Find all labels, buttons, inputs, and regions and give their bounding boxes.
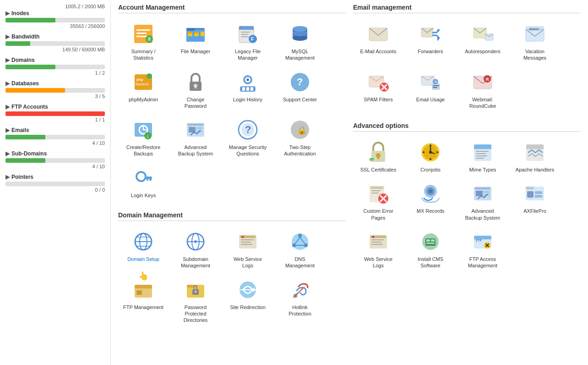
sidebar-item-apache[interactable]: Apache Handlers xyxy=(510,137,560,177)
email-usage-label: Email Usage xyxy=(416,96,445,103)
ftp-mgmt-label: FTP Management xyxy=(123,304,163,310)
advanced-options-section: Advanced options xyxy=(353,122,581,272)
svg-rect-13 xyxy=(194,32,199,33)
sidebar-item-bandwidth[interactable]: ▶ Bandwidth 149.50 / 60000 MB xyxy=(5,33,105,52)
svg-rect-17 xyxy=(239,28,254,30)
ssl-label: SSL Certificates xyxy=(360,166,396,173)
hotlink-icon xyxy=(289,278,311,301)
sidebar-item-error-pages[interactable]: Custom ErrorPages xyxy=(353,178,403,225)
sidebar-item-mx[interactable]: MX Records xyxy=(405,178,456,225)
site-redirect-icon xyxy=(236,278,259,301)
sidebar-item-email-usage[interactable]: % Email Usage xyxy=(405,67,456,113)
svg-rect-168 xyxy=(426,239,430,242)
arrow-icon-dom: ▶ xyxy=(5,57,10,63)
sidebar-item-inodes[interactable]: ▶ Inodes 35563 / 256000 xyxy=(5,10,105,29)
sidebar-item-ssl[interactable]: SSL SSL Certificates xyxy=(353,137,403,177)
axfilepro-icon xyxy=(523,182,546,205)
sidebar-item-ftp[interactable]: ▶ FTP Accounts 1 / 1 xyxy=(5,104,105,122)
mime-label: Mime Types xyxy=(469,166,496,173)
web-logs2-label: Web ServiceLogs xyxy=(364,256,392,269)
sidebar-item-dns[interactable]: DNSManagement xyxy=(275,227,325,273)
sidebar-item-phpmyadmin[interactable]: php MyAdmin phpMyAdmin xyxy=(118,67,169,113)
svg-rect-109 xyxy=(433,85,439,86)
sidebar-item-databases[interactable]: ▶ Databases 3 / 5 xyxy=(5,80,105,99)
error-pages-icon xyxy=(367,182,390,205)
sidebar-item-spam[interactable]: SPAM Filters xyxy=(353,67,403,113)
svg-point-4 xyxy=(146,35,153,43)
sidebar-item-login-keys[interactable]: Login Keys xyxy=(118,163,169,202)
sidebar-item-web-logs2[interactable]: Web ServiceLogs xyxy=(353,227,403,273)
sidebar-item-security-questions[interactable]: ? Manage SecurityQuestions xyxy=(223,115,273,161)
password-dirs-label: PasswordProtectedDirectories xyxy=(184,304,208,324)
svg-point-149 xyxy=(429,189,432,193)
svg-rect-153 xyxy=(484,191,490,193)
email-accounts-icon xyxy=(367,22,390,45)
svg-rect-34 xyxy=(195,86,196,88)
sidebar-item-backup[interactable]: ↓ Create/RestoreBackups xyxy=(118,115,169,161)
sidebar-item-legacy-file[interactable]: F Legacy FileManager xyxy=(223,19,273,65)
sidebar-item-ftp-mgmt[interactable]: FTP Management xyxy=(118,275,169,327)
svg-rect-165 xyxy=(372,236,374,238)
sidebar-item-emails[interactable]: ▶ Emails 4 / 10 xyxy=(5,127,105,146)
sidebar-top-value: 1005.2 / 2000 MB xyxy=(5,4,105,9)
svg-rect-11 xyxy=(188,32,192,33)
svg-rect-20 xyxy=(241,36,249,37)
progress-bar-databases xyxy=(5,88,105,93)
sidebar-item-change-password[interactable]: ChangePassword xyxy=(170,67,221,113)
email-management-grid: E-Mail Accounts xyxy=(353,19,581,113)
sidebar-item-mysql[interactable]: MySQLManagement xyxy=(275,19,325,65)
sidebar-item-subdomain[interactable]: SubdomainManagement xyxy=(170,227,221,273)
sidebar-item-axfilepro[interactable]: AXFilePro xyxy=(510,178,560,225)
sidebar-item-site-redirect[interactable]: Site Redirection xyxy=(223,275,273,327)
sidebar-item-web-logs[interactable]: Web ServiceLogs xyxy=(223,227,273,273)
sidebar-item-cms[interactable]: Install CMSSoftware xyxy=(405,227,456,273)
databases-value: 3 / 5 xyxy=(5,94,105,99)
web-logs-icon xyxy=(236,230,259,253)
webmail-icon: R xyxy=(471,71,494,94)
sidebar-item-cronjobs[interactable]: Cronjobs xyxy=(405,137,456,177)
mysql-label: MySQLManagement xyxy=(285,48,315,61)
sidebar-item-support[interactable]: ? Support Center xyxy=(275,67,325,113)
sidebar-item-pointers[interactable]: ▶ Pointers 0 / 0 xyxy=(5,174,105,193)
two-step-label: Two-StepAuthentication xyxy=(284,144,316,157)
account-management-grid: Summary /Statistics xyxy=(118,19,346,202)
sidebar-item-subdomains[interactable]: ▶ Sub-Domains 4 / 10 xyxy=(5,150,105,169)
domains-value: 1 / 2 xyxy=(5,70,105,76)
sidebar-label-domains: Domains xyxy=(11,57,35,63)
sidebar-item-login-history[interactable]: Login History xyxy=(223,67,273,113)
svg-point-70 xyxy=(194,240,197,243)
sidebar-item-password-dirs[interactable]: PasswordProtectedDirectories xyxy=(170,275,221,327)
sidebar-item-autoresponders[interactable]: Autoresponders xyxy=(457,19,508,65)
svg-rect-132 xyxy=(474,148,491,149)
sidebar-item-ftp-access[interactable]: FTP FTP AccessManagement xyxy=(457,227,508,273)
arrow-icon-db: ▶ xyxy=(5,80,10,87)
apache-label: Apache Handlers xyxy=(516,166,554,173)
sidebar-item-file-manager[interactable]: File Manager xyxy=(170,19,221,65)
mx-label: MX Records xyxy=(417,208,445,214)
sidebar-item-domains[interactable]: ▶ Domains 1 / 2 xyxy=(5,57,105,76)
sidebar-item-forwarders[interactable]: Forwarders xyxy=(405,19,456,65)
advanced-backup2-icon xyxy=(471,182,494,205)
sidebar-label-ftp: FTP Accounts xyxy=(11,104,48,110)
sidebar-item-webmail[interactable]: R Webmail:RoundCube xyxy=(457,67,508,113)
svg-rect-108 xyxy=(432,83,440,90)
spam-label: SPAM Filters xyxy=(364,96,392,103)
sidebar-item-adv-backup-adv[interactable]: AdvancedBackup System xyxy=(457,178,508,225)
advanced-backup-label: AdvancedBackup System xyxy=(178,144,213,157)
sidebar-item-domain-setup[interactable]: Domain Setup 👆 xyxy=(118,227,169,273)
sidebar-item-hotlink[interactable]: HotlinkProtection xyxy=(275,275,325,327)
progress-bar-emails xyxy=(5,135,105,139)
sidebar-item-advanced-backup[interactable]: AdvancedBackup System xyxy=(170,115,221,161)
sidebar-item-mime[interactable]: Mime Types xyxy=(457,137,508,177)
sidebar-item-two-step[interactable]: 🔒 Two-StepAuthentication xyxy=(275,115,325,161)
svg-rect-39 xyxy=(242,87,245,91)
sidebar-item-vacation[interactable]: AWAY VacationMessages xyxy=(510,19,560,65)
file-manager-label: File Manager xyxy=(181,48,210,55)
mime-icon xyxy=(471,141,494,164)
sidebar-item-summary[interactable]: Summary /Statistics xyxy=(118,19,169,65)
advanced-backup-icon xyxy=(184,118,207,141)
sidebar-item-email-accounts[interactable]: E-Mail Accounts xyxy=(353,19,403,65)
svg-point-126 xyxy=(430,144,431,146)
arrow-icon-em: ▶ xyxy=(5,127,10,133)
ftp-value: 1 / 1 xyxy=(5,117,105,122)
